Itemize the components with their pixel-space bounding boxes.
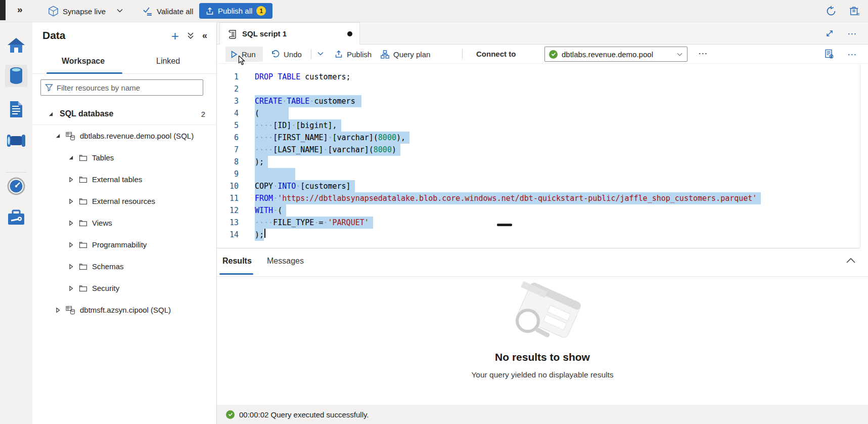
code-token: customers: [314, 97, 355, 106]
synapse-live-icon: [48, 6, 59, 17]
add-resource-icon[interactable]: +: [171, 31, 179, 41]
data-icon: [8, 66, 25, 86]
tree-item-dbtmsft-azsyn-cipool-sql[interactable]: dbtmsft.azsyn.cipool (SQL): [32, 299, 216, 321]
editor-more-icon[interactable]: ⋯: [847, 49, 858, 60]
expand-node-icon[interactable]: [55, 307, 61, 313]
tab-workspace[interactable]: Workspace: [62, 57, 105, 66]
code-token: 8000: [378, 133, 396, 142]
expand-node-icon[interactable]: [68, 242, 74, 248]
tree-item-dbtlabs-revenue-demo-pool-sql[interactable]: dbtlabs.revenue.demo.pool (SQL): [32, 125, 216, 147]
tree-item-external-resources[interactable]: External resources: [32, 190, 216, 212]
unsaved-indicator: [347, 31, 352, 36]
publish-button[interactable]: Publish: [332, 47, 375, 62]
expand-node-icon[interactable]: [68, 264, 74, 270]
code-token: [ID]: [273, 121, 291, 130]
run-options-chevron-icon[interactable]: [317, 50, 324, 57]
filter-resources-input[interactable]: [57, 83, 199, 92]
line-content: COPY·INTO·[customers]: [255, 180, 355, 192]
collapse-node-icon[interactable]: [68, 155, 74, 160]
play-icon: [231, 51, 238, 58]
tree-item-label: External resources: [92, 197, 155, 205]
nav-monitor-button[interactable]: [5, 175, 27, 197]
code-token: [varchar](: [328, 145, 374, 154]
nav-manage-button[interactable]: [5, 206, 27, 229]
line-number: 11: [217, 192, 239, 204]
nav-home-button[interactable]: [5, 34, 27, 57]
expand-node-icon[interactable]: [68, 177, 74, 183]
tab-linked[interactable]: Linked: [156, 57, 180, 66]
tree-item-schemas[interactable]: Schemas: [32, 256, 216, 277]
tree-item-security[interactable]: Security: [32, 277, 216, 299]
line-content: CREATE·TABLE·customers: [255, 95, 361, 107]
tab-messages[interactable]: Messages: [267, 257, 304, 266]
no-results-illustration: [494, 281, 590, 346]
publish-count-badge: 1: [256, 6, 266, 16]
tab-sql-script-1[interactable]: SQL script 1: [219, 22, 360, 45]
expand-editor-icon[interactable]: [825, 29, 834, 38]
expand-node-icon[interactable]: [68, 220, 74, 226]
code-token: );: [255, 157, 264, 166]
tab-more-actions-icon[interactable]: ⋯: [847, 28, 858, 39]
publish-all-button[interactable]: Publish all 1: [199, 3, 272, 19]
line-number: 5: [217, 119, 239, 132]
line-number: 10: [217, 180, 239, 192]
collapse-panel-icon[interactable]: «: [202, 30, 207, 41]
collapse-node-icon[interactable]: [55, 133, 61, 139]
folder-icon: [79, 176, 87, 183]
tree-item-external-tables[interactable]: External tables: [32, 168, 216, 190]
validate-all-button[interactable]: Validate all: [143, 0, 193, 22]
nav-data-button[interactable]: [5, 65, 27, 87]
nav-develop-button[interactable]: [5, 98, 27, 120]
validate-label: Validate all: [157, 7, 193, 16]
code-token: (: [255, 109, 259, 118]
nav-integrate-button[interactable]: [5, 130, 27, 152]
tree-item-label: Security: [92, 284, 119, 292]
expand-node-icon[interactable]: [68, 198, 74, 204]
code-token: COPY: [255, 182, 273, 191]
code-token: );: [255, 230, 264, 239]
collapse-results-chevron-icon[interactable]: [846, 258, 856, 264]
code-token: TABLE: [278, 72, 300, 81]
tree-item-sql-database[interactable]: SQL database2: [32, 103, 216, 125]
chevron-down-icon[interactable]: [116, 7, 123, 14]
tree-item-views[interactable]: Views: [32, 212, 216, 234]
expand-menu-icon[interactable]: »: [17, 4, 23, 15]
query-plan-button[interactable]: Query plan: [378, 47, 433, 62]
tree-item-tables[interactable]: Tables: [32, 147, 216, 168]
line-content: ····[LAST_NAME]·[varchar](8000): [255, 144, 400, 156]
script-toolbar: Run Undo Publish Query plan: [217, 45, 868, 64]
resource-tree: SQL database2dbtlabs.revenue.demo.pool (…: [32, 103, 216, 321]
tree-item-programmability[interactable]: Programmability: [32, 234, 216, 256]
properties-icon[interactable]: [825, 49, 834, 59]
toolbar-more-icon[interactable]: ⋯: [698, 48, 709, 59]
sql-code-editor[interactable]: 1DROP TABLE customers;23CREATE·TABLE·cus…: [217, 64, 868, 248]
connection-dropdown[interactable]: dbtlabs.revenue.demo.pool: [544, 47, 688, 62]
run-button[interactable]: Run: [225, 47, 263, 62]
tab-results[interactable]: Results: [222, 257, 252, 266]
code-token: 'https://dbtlabsynapsedatalake.blob.core…: [278, 194, 757, 203]
code-line-8: 8);: [217, 156, 868, 168]
line-number: 9: [217, 168, 239, 180]
environment-switcher[interactable]: Synapse live: [48, 0, 106, 22]
code-token: [customers]: [300, 182, 350, 191]
code-token: INTO: [278, 182, 296, 191]
undo-button[interactable]: Undo: [268, 47, 305, 62]
refresh-icon[interactable]: [826, 6, 837, 17]
expand-node-icon[interactable]: [68, 285, 74, 291]
actions-collapse-icon[interactable]: [187, 32, 194, 39]
code-token: ·: [328, 133, 333, 142]
code-token: ),: [396, 133, 405, 142]
code-token: ····: [255, 133, 273, 142]
panel-title: Data: [42, 29, 66, 41]
active-tab-underline: [47, 72, 122, 74]
sql-script-icon: [228, 29, 237, 39]
code-line-12: 12WITH·(: [217, 204, 868, 217]
splitter-handle[interactable]: [497, 224, 512, 226]
line-content: ····[FIRST_NAME]·[varchar](8000),: [255, 132, 409, 144]
publish-all-label: Publish all: [218, 7, 252, 15]
discard-trash-icon[interactable]: [849, 6, 860, 17]
connect-to-label: Connect to: [476, 50, 516, 58]
results-header: Results Messages: [217, 248, 868, 277]
publish-icon: [206, 7, 214, 15]
collapse-node-icon[interactable]: [48, 111, 54, 117]
